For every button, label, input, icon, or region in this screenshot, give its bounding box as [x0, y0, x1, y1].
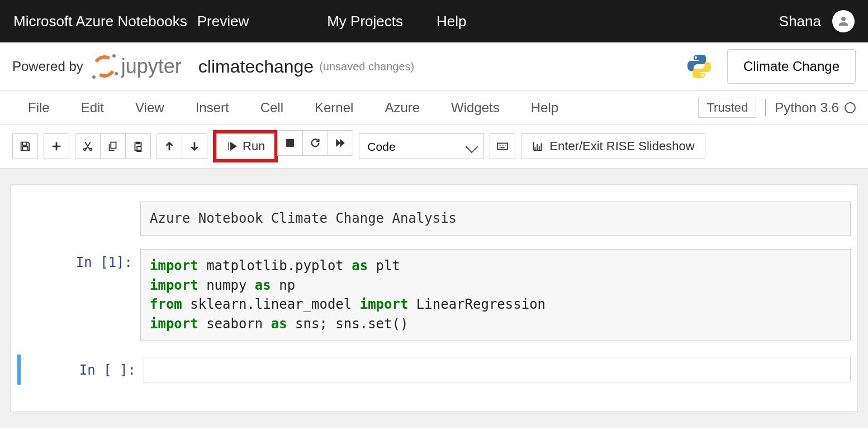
keyboard-icon [496, 140, 509, 152]
menu-widgets[interactable]: Widgets [435, 94, 515, 121]
code-cell[interactable]: In [1]: import matplotlib.pyplot as plti… [17, 249, 851, 341]
notebook-header: Powered by jupyter climatechange (unsave… [0, 42, 868, 91]
menu-help[interactable]: Help [515, 94, 574, 121]
restart-run-all-button[interactable] [328, 130, 353, 156]
notebook-name[interactable]: climatechange [198, 56, 314, 77]
rise-slideshow-button[interactable]: Enter/Exit RISE Slideshow [521, 133, 705, 159]
code-cell-content[interactable] [144, 357, 851, 382]
svg-rect-0 [287, 140, 294, 147]
cell-prompt: In [ ]: [21, 357, 144, 382]
cut-button[interactable] [75, 133, 101, 159]
brand-label: Microsoft Azure Notebooks [13, 13, 187, 30]
paste-icon [132, 140, 144, 152]
jupyter-text: jupyter [121, 55, 182, 78]
copy-button[interactable] [100, 133, 126, 159]
python-icon [686, 53, 713, 80]
add-cell-button[interactable] [44, 133, 69, 159]
rise-label: Enter/Exit RISE Slideshow [549, 139, 694, 154]
kernel-name[interactable]: Python 3.6 [775, 100, 839, 116]
run-button-highlight: Run [213, 130, 278, 162]
jupyter-logo: jupyter [91, 53, 182, 80]
command-palette-button[interactable] [490, 133, 515, 159]
restart-button[interactable] [302, 130, 328, 156]
toolbar: Run Code Enter/Exit RISE Slideshow [0, 124, 868, 169]
code-cell-content[interactable]: import matplotlib.pyplot as pltimport nu… [140, 249, 851, 341]
menu-file[interactable]: File [12, 94, 65, 121]
azure-top-bar: Microsoft Azure Notebooks Preview My Pro… [0, 0, 868, 42]
run-icon [226, 140, 238, 152]
person-icon [837, 15, 850, 28]
user-avatar[interactable] [832, 10, 855, 32]
powered-by-label: Powered by [12, 59, 83, 74]
paste-button[interactable] [125, 133, 151, 159]
plus-icon [50, 140, 63, 152]
scissors-icon [82, 140, 94, 152]
top-nav: My Projects Help [327, 13, 466, 30]
jupyter-icon [91, 53, 118, 80]
trusted-badge[interactable]: Trusted [698, 98, 756, 118]
run-label: Run [243, 139, 265, 154]
cell-prompt [17, 202, 140, 236]
restart-icon [309, 137, 321, 149]
user-name[interactable]: Shana [779, 13, 821, 30]
separator [765, 99, 766, 116]
preview-label: Preview [197, 13, 249, 30]
raw-cell[interactable]: Azure Notebook Climate Change Analysis [17, 202, 851, 236]
project-button[interactable]: Climate Change [727, 49, 856, 84]
menu-kernel[interactable]: Kernel [299, 94, 369, 121]
raw-cell-content[interactable]: Azure Notebook Climate Change Analysis [140, 202, 851, 236]
svg-rect-1 [497, 143, 507, 150]
save-icon [19, 140, 31, 152]
cell-type-select[interactable]: Code [359, 133, 484, 159]
arrow-down-icon [188, 140, 201, 152]
copy-icon [107, 140, 119, 152]
unsaved-label: (unsaved changes) [319, 60, 414, 73]
menu-insert[interactable]: Insert [180, 94, 245, 121]
move-down-button[interactable] [182, 133, 207, 159]
cell-prompt: In [1]: [17, 249, 140, 341]
nav-help[interactable]: Help [437, 13, 466, 30]
code-cell-active[interactable]: In [ ]: [17, 355, 851, 385]
menu-cell[interactable]: Cell [245, 94, 299, 121]
nav-my-projects[interactable]: My Projects [327, 13, 403, 30]
kernel-indicator-icon[interactable] [845, 102, 856, 113]
move-up-button[interactable] [156, 133, 182, 159]
menu-edit[interactable]: Edit [65, 94, 120, 121]
stop-icon [284, 137, 296, 149]
arrow-up-icon [163, 140, 176, 152]
menu-view[interactable]: View [120, 94, 180, 121]
fast-forward-icon [334, 137, 347, 149]
save-button[interactable] [12, 133, 38, 159]
stop-button[interactable] [277, 130, 303, 156]
menu-bar: File Edit View Insert Cell Kernel Azure … [0, 91, 868, 124]
notebook-container: Azure Notebook Climate Change Analysis I… [10, 184, 858, 412]
run-button[interactable]: Run [216, 133, 274, 159]
notebook-scroll-area[interactable]: Azure Notebook Climate Change Analysis I… [0, 169, 868, 428]
menu-azure[interactable]: Azure [369, 94, 435, 121]
bar-chart-icon [532, 140, 544, 152]
cell-type-select-wrap: Code [359, 133, 484, 159]
